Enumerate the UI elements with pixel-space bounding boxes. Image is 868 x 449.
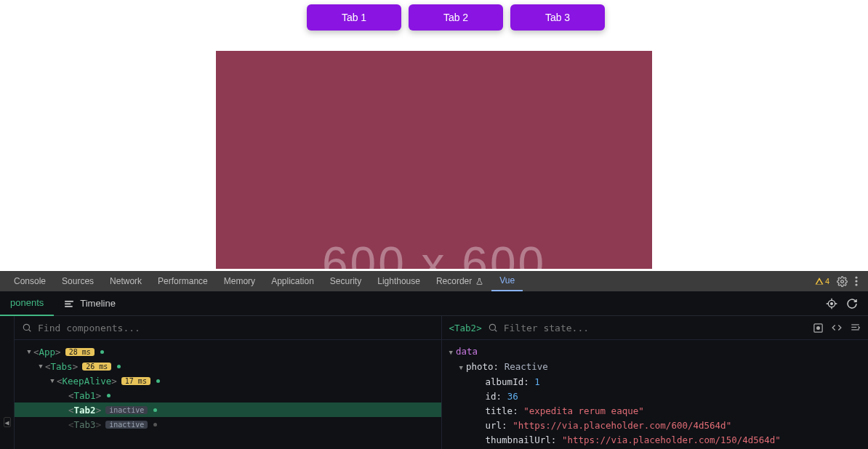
svg-point-8 [831,302,833,304]
search-icon [488,323,498,333]
vue-subheader: ponents Timeline [0,291,868,316]
components-panel: ▼<App> 28 ms ▼<Tabs> 26 ms ▼<KeepAlive> … [15,316,442,449]
placeholder-image-text: 600 x 600 [322,237,546,269]
tree-row-keepalive[interactable]: ▼<KeepAlive> 17 ms [15,373,441,388]
tree-row-tab3[interactable]: <Tab3> inactive [15,417,441,432]
svg-rect-15 [851,329,859,330]
active-dot-icon [156,379,160,383]
selected-component-tag: <Tab2> [449,323,482,333]
devtools-tab-recorder[interactable]: Recorder [428,271,491,291]
state-tree[interactable]: ▼data ▼photo: Reactive albumId: 1 id: 36… [442,340,869,449]
devtools-tab-vue[interactable]: Vue [491,271,523,291]
svg-point-10 [489,324,495,330]
vue-subtab-components-label: ponents [10,297,44,308]
vue-subtab-components[interactable]: ponents [0,291,54,316]
active-dot-icon [107,394,110,397]
devtools-tab-recorder-label: Recorder [436,276,472,286]
svg-point-9 [23,324,29,330]
svg-point-0 [841,280,844,283]
svg-rect-4 [65,300,73,302]
state-search-input[interactable] [504,323,807,333]
perf-badge: 28 ms [65,348,95,356]
inactive-dot-icon [153,423,157,426]
svg-rect-14 [851,326,856,327]
devtools-tab-sources[interactable]: Sources [54,271,102,291]
kebab-icon[interactable] [855,276,858,286]
app-viewport: Tab 1 Tab 2 Tab 3 600 x 600 [0,0,868,271]
svg-point-1 [855,276,857,278]
gear-icon[interactable] [837,276,848,287]
tree-row-tab2[interactable]: <Tab2> inactive [15,403,441,417]
tree-row-tabs[interactable]: ▼<Tabs> 26 ms [15,359,441,373]
inactive-badge: inactive [105,421,148,429]
tab-1-button[interactable]: Tab 1 [307,4,401,31]
placeholder-image: 600 x 600 [216,51,652,269]
svg-point-2 [855,280,857,282]
devtools-tab-network[interactable]: Network [102,271,150,291]
svg-point-3 [855,283,857,286]
devtools-tab-security[interactable]: Security [322,271,369,291]
perf-badge: 26 ms [82,363,111,371]
active-dot-icon [117,365,121,368]
state-panel: <Tab2> ▼data ▼photo: Reactive albumId: 1 [442,316,869,449]
tabs-row: Tab 1 Tab 2 Tab 3 [307,0,605,31]
svg-point-12 [817,326,820,329]
vue-body: ◀ ▼<App> 28 ms ▼<Tabs> 26 ms ▼<KeepAlive… [0,316,868,449]
tree-row-tab1[interactable]: <Tab1> [15,388,441,403]
devtools-tab-memory[interactable]: Memory [216,271,263,291]
active-dot-icon [153,408,157,412]
active-dot-icon [100,350,104,354]
search-icon [22,323,32,333]
locate-icon[interactable] [826,298,837,310]
left-rail: ◀ [0,316,15,449]
tree-row-app[interactable]: ▼<App> 28 ms [15,344,441,359]
flask-icon [475,278,483,286]
perf-badge: 17 ms [121,377,150,385]
state-search-row: <Tab2> [442,316,869,340]
warnings-count: 4 [825,277,829,286]
rail-collapse-icon[interactable]: ◀ [4,417,11,427]
refresh-icon[interactable] [846,298,858,310]
vue-subtab-timeline[interactable]: Timeline [54,291,126,316]
svg-rect-13 [851,324,859,325]
components-search-row [15,316,441,340]
tab-2-button[interactable]: Tab 2 [409,4,503,31]
svg-rect-6 [65,305,73,307]
code-icon[interactable] [831,323,843,333]
devtools-tabstrip: Console Sources Network Performance Memo… [0,271,868,291]
timeline-icon [64,299,74,309]
components-search-input[interactable] [38,323,434,333]
tab-3-button[interactable]: Tab 3 [510,4,605,31]
devtools-tab-lighthouse[interactable]: Lighthouse [369,271,428,291]
devtools-tab-performance[interactable]: Performance [150,271,216,291]
vue-subtab-timeline-label: Timeline [80,298,116,309]
components-tree[interactable]: ▼<App> 28 ms ▼<Tabs> 26 ms ▼<KeepAlive> … [15,340,441,449]
inactive-badge: inactive [105,406,148,414]
devtools-tab-application[interactable]: Application [263,271,322,291]
format-icon[interactable] [850,323,861,333]
warnings-badge[interactable]: 4 [815,277,829,286]
svg-rect-5 [65,303,71,304]
scroll-to-icon[interactable] [813,323,824,333]
devtools-tab-console[interactable]: Console [6,271,54,291]
